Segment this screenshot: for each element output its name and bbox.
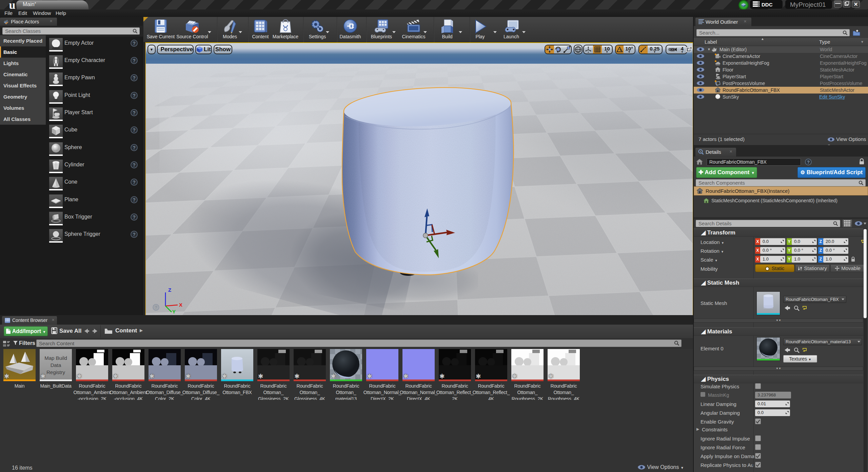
svg-text:X: X <box>179 302 182 308</box>
svg-text:i: i <box>700 150 701 153</box>
svg-text:u: u <box>9 0 16 9</box>
svg-text:+: + <box>716 83 718 86</box>
svg-text:Z: Z <box>168 287 171 293</box>
svg-text:?: ? <box>155 305 157 309</box>
svg-text:Y: Y <box>172 309 176 314</box>
